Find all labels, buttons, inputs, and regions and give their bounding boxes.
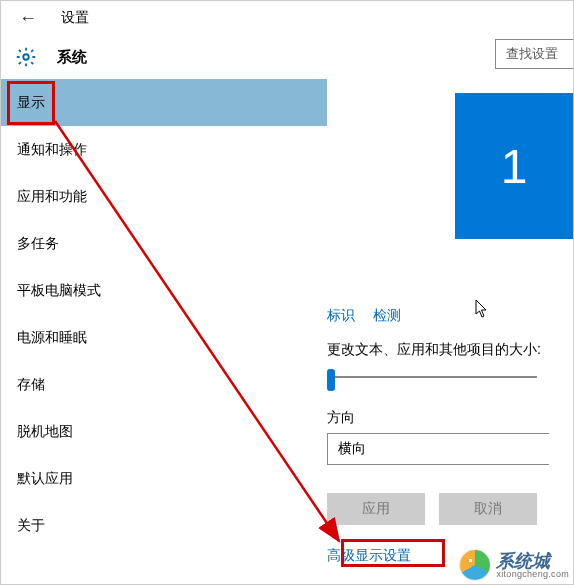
svg-point-0 — [23, 54, 29, 60]
watermark-cn: 系统城 — [496, 552, 569, 570]
apply-button[interactable]: 应用 — [327, 493, 425, 525]
section-title: 系统 — [57, 48, 87, 67]
orientation-label: 方向 — [327, 409, 355, 427]
sidebar-item-label: 显示 — [17, 94, 45, 112]
orientation-select[interactable]: 横向 — [327, 433, 549, 465]
window-title: 设置 — [61, 9, 89, 27]
sidebar-item-apps[interactable]: 应用和功能 — [1, 173, 327, 220]
sidebar-item-notifications[interactable]: 通知和操作 — [1, 126, 327, 173]
slider-track — [327, 376, 537, 378]
slider-thumb[interactable] — [327, 369, 335, 391]
watermark-en: xitongcheng.com — [496, 570, 569, 579]
sidebar-item-storage[interactable]: 存储 — [1, 361, 327, 408]
cancel-button[interactable]: 取消 — [439, 493, 537, 525]
sidebar-item-label: 存储 — [17, 376, 45, 394]
search-placeholder: 查找设置 — [506, 45, 558, 63]
sidebar-item-label: 通知和操作 — [17, 141, 87, 159]
sidebar-item-label: 电源和睡眠 — [17, 329, 87, 347]
scale-slider[interactable] — [327, 369, 537, 387]
watermark: 系统城 xitongcheng.com — [460, 550, 569, 580]
sidebar-item-display[interactable]: 显示 — [1, 79, 327, 126]
back-button[interactable]: ← — [19, 8, 37, 29]
advanced-display-link[interactable]: 高级显示设置 — [327, 547, 411, 565]
orientation-value: 横向 — [338, 440, 366, 458]
sidebar-item-power[interactable]: 电源和睡眠 — [1, 314, 327, 361]
content-panel: 1 标识 检测 更改文本、应用和其他项目的大小: 方向 横向 应用 取消 高级显… — [327, 79, 573, 584]
detect-link[interactable]: 检测 — [373, 307, 401, 325]
sidebar-item-label: 应用和功能 — [17, 188, 87, 206]
sidebar-item-tablet[interactable]: 平板电脑模式 — [1, 267, 327, 314]
sidebar-item-label: 默认应用 — [17, 470, 73, 488]
watermark-logo-icon — [460, 550, 490, 580]
monitor-number: 1 — [501, 139, 528, 194]
scale-label: 更改文本、应用和其他项目的大小: — [327, 341, 541, 359]
sidebar-item-label: 平板电脑模式 — [17, 282, 101, 300]
cursor-icon — [475, 299, 491, 322]
monitor-preview[interactable]: 1 — [455, 93, 573, 239]
sidebar-item-label: 关于 — [17, 517, 45, 535]
identify-link[interactable]: 标识 — [327, 307, 355, 325]
search-input[interactable]: 查找设置 — [495, 39, 573, 69]
sidebar-item-label: 多任务 — [17, 235, 59, 253]
sidebar-item-maps[interactable]: 脱机地图 — [1, 408, 327, 455]
sidebar-item-multitask[interactable]: 多任务 — [1, 220, 327, 267]
sidebar-item-label: 脱机地图 — [17, 423, 73, 441]
gear-icon — [15, 46, 37, 68]
sidebar: 显示 通知和操作 应用和功能 多任务 平板电脑模式 电源和睡眠 存储 脱机地图 … — [1, 79, 327, 584]
sidebar-item-defaults[interactable]: 默认应用 — [1, 455, 327, 502]
sidebar-item-about[interactable]: 关于 — [1, 502, 327, 549]
